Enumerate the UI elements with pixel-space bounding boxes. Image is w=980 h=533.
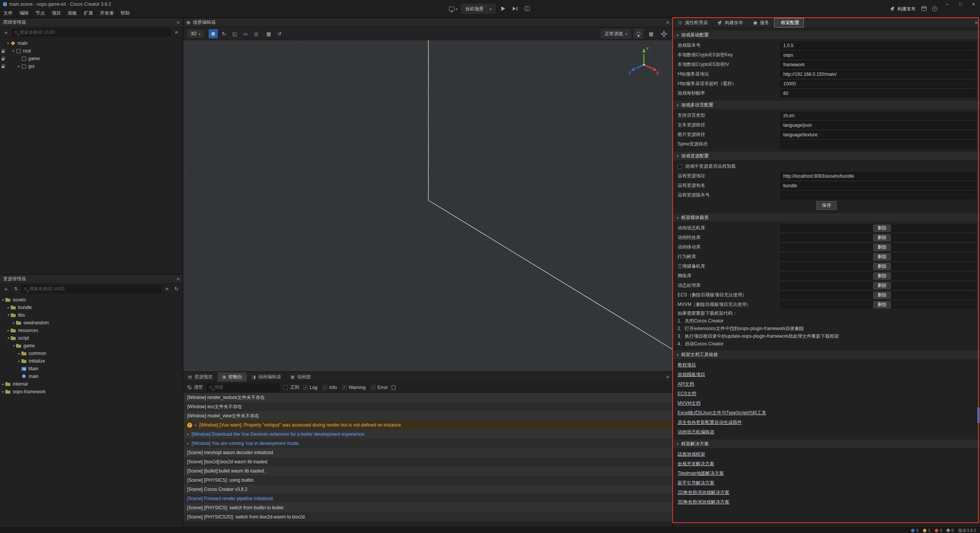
asset-node-row[interactable]: assets (0, 296, 183, 304)
grid-toggle-button[interactable] (647, 29, 656, 38)
asset-node-row[interactable]: bundle (0, 304, 183, 311)
expand-caret-icon[interactable] (6, 313, 11, 317)
log-entry[interactable]: [Window] ecs文件夹不存在 (183, 402, 672, 411)
scale-tool-button[interactable] (230, 29, 239, 38)
log-filter[interactable]: Warning (342, 385, 366, 390)
layout-button[interactable] (523, 4, 531, 13)
asset-node-row[interactable]: script (0, 334, 183, 342)
delete-module-button[interactable]: 删除 (873, 244, 891, 251)
snap-tool-button[interactable] (264, 29, 273, 38)
doc-link[interactable]: 教程项目 (678, 362, 696, 368)
lock-icon[interactable] (1, 48, 6, 54)
delete-module-button[interactable]: 删除 (873, 253, 891, 260)
expand-caret-icon[interactable] (17, 352, 21, 355)
log-entry[interactable]: [Scene] Forward render pipeline initiali… (183, 494, 672, 503)
menu-item[interactable]: 面板 (64, 8, 80, 18)
expand-caret-icon[interactable] (1, 382, 5, 386)
panel-menu-icon[interactable] (666, 20, 669, 25)
expand-caret-icon[interactable] (6, 306, 11, 309)
play-button[interactable] (499, 4, 508, 13)
expand-caret-icon[interactable] (1, 298, 5, 302)
field-input[interactable]: http://localhost:8083/assets/bundle (780, 172, 976, 180)
maximize-button[interactable] (954, 0, 967, 8)
inspector-tab[interactable]: 构建发布 (713, 18, 748, 28)
expand-caret-icon[interactable] (17, 359, 21, 363)
expand-caret-icon[interactable] (11, 321, 16, 325)
checkbox-icon[interactable] (323, 385, 327, 390)
inspector-tab[interactable]: 服务 (748, 18, 774, 28)
field-input[interactable]: language/texture (780, 131, 976, 139)
menu-item[interactable]: 编辑 (16, 8, 32, 18)
console-tab[interactable]: 动画图 (286, 372, 315, 382)
log-filter[interactable]: Info (323, 385, 337, 390)
menu-item[interactable]: 文件 (0, 8, 16, 18)
lock-icon[interactable] (1, 56, 6, 61)
log-entry[interactable]: [Scene] Cocos Creator v3.8.2 (183, 485, 672, 494)
expand-caret-icon[interactable] (187, 432, 189, 436)
console-search-input[interactable]: 搜索 (207, 384, 279, 391)
field-input[interactable]: 10000 (780, 80, 976, 88)
section-header-language[interactable]: 游戏多语言配置 (673, 101, 980, 109)
field-input[interactable]: bundle (780, 182, 976, 190)
inspector-tab[interactable]: 属性检查器 (673, 18, 713, 28)
field-input[interactable] (780, 141, 976, 148)
scene-select[interactable]: 当前场景 (461, 4, 496, 13)
hierarchy-node-row[interactable]: gui (0, 62, 183, 70)
expand-caret-icon[interactable] (6, 329, 11, 332)
doc-link[interactable]: MVVM文档 (678, 400, 701, 407)
package-icon[interactable] (921, 7, 926, 11)
solution-link[interactable]: 全栈开发解决方案 (678, 461, 714, 467)
sort-button[interactable] (163, 285, 171, 293)
asset-node-row[interactable]: main (0, 373, 183, 380)
console-tab[interactable]: 动画编辑器 (247, 372, 286, 382)
orientation-gizmo[interactable]: Y X Z (626, 44, 662, 81)
section-header-resource[interactable]: 游戏资源配置 (673, 152, 980, 160)
doc-link[interactable]: 原生包热更新配置自动生成插件 (678, 419, 742, 426)
minimize-button[interactable] (941, 0, 954, 8)
regex-toggle[interactable]: 正则 (283, 384, 299, 391)
warning-count[interactable]: 1 (923, 528, 930, 533)
expand-caret-icon[interactable] (187, 441, 189, 445)
solution-link[interactable]: 战旗游戏框架 (678, 451, 705, 458)
coordinate-toggle-button[interactable] (252, 29, 261, 38)
reset-view-button[interactable] (275, 29, 284, 38)
field-input[interactable]: language/json (780, 121, 976, 129)
export-log-icon[interactable] (392, 385, 395, 390)
dimension-toggle[interactable]: 3D (187, 30, 204, 38)
expand-caret-icon[interactable] (1, 390, 5, 394)
expand-caret-icon[interactable] (11, 344, 16, 348)
log-filter[interactable]: Log (303, 385, 317, 390)
delete-module-button[interactable]: 删除 (873, 273, 891, 280)
doc-link[interactable]: ECS文档 (678, 391, 696, 397)
asset-node-row[interactable]: seedrandom (0, 319, 183, 327)
preview-device-button[interactable] (449, 4, 457, 13)
asset-node-row[interactable]: initialize (0, 357, 183, 365)
log-entry[interactable]: [Scene] [PHYSICS]: switch from builtin t… (183, 503, 672, 512)
log-filter[interactable]: Error (371, 385, 388, 390)
hierarchy-node-row[interactable]: game (0, 55, 183, 62)
scene-viewport[interactable]: Y X Z (183, 40, 672, 371)
hierarchy-node-row[interactable]: main (0, 39, 183, 47)
step-button[interactable] (511, 4, 519, 13)
log-entry[interactable]: [Window] Download the Vue Devtools exten… (183, 430, 672, 439)
expand-caret-icon[interactable] (16, 64, 21, 68)
solution-link[interactable]: Tiledmap地图解决方案 (678, 470, 724, 477)
log-entry[interactable]: [Scene] [box2d]:box2d wasm lib loaded. (183, 457, 672, 466)
panel-menu-icon[interactable] (666, 374, 669, 380)
field-input[interactable]: framework (780, 61, 976, 69)
log-entry[interactable]: [Scene] [PHYSICS2D]: switch from box2d-w… (183, 512, 672, 522)
checkbox-icon[interactable] (371, 385, 376, 390)
lighting-toggle-button[interactable] (634, 29, 643, 38)
panel-menu-icon[interactable] (176, 20, 180, 25)
save-button[interactable]: 保存 (816, 201, 837, 210)
lock-icon[interactable] (1, 64, 6, 69)
expand-caret-icon[interactable] (6, 336, 11, 340)
field-input[interactable]: oops (780, 51, 976, 59)
assets-search-input[interactable]: 搜索名称或 UUID (21, 285, 161, 293)
import-export-icon[interactable] (12, 285, 20, 293)
solution-link[interactable]: 2D角色扮演游戏解决方案 (678, 489, 729, 496)
delete-module-button[interactable]: 删除 (873, 282, 891, 289)
console-tab[interactable]: 资源预览 (183, 372, 217, 382)
solution-link[interactable]: 3D角色扮演游戏解决方案 (678, 499, 729, 505)
delete-module-button[interactable]: 删除 (873, 225, 891, 232)
